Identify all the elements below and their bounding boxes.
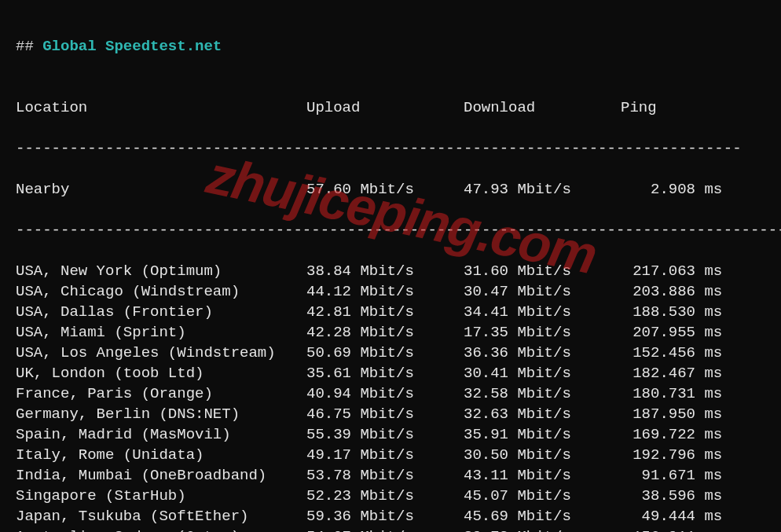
cell-ping: 192.796 ms — [621, 445, 746, 465]
cell-download: 17.35 Mbit/s — [464, 322, 621, 343]
cell-download: 32.58 Mbit/s — [464, 383, 621, 404]
cell-location: USA, Miami (Sprint) — [16, 322, 306, 343]
cell-download: 30.50 Mbit/s — [464, 445, 621, 465]
cell-upload: 52.23 Mbit/s — [306, 486, 464, 506]
divider-line: ----------------------------------------… — [16, 220, 765, 240]
cell-upload: 50.69 Mbit/s — [306, 343, 464, 363]
section-title: ## Global Speedtest.net — [16, 36, 765, 57]
header-location: Location — [16, 97, 306, 118]
cell-ping: 169.722 ms — [621, 424, 746, 445]
divider-line: ----------------------------------------… — [16, 138, 765, 159]
cell-ping: 156.911 ms — [621, 526, 746, 532]
cell-download: 39.72 Mbit/s — [464, 526, 621, 532]
cell-download: 45.07 Mbit/s — [464, 486, 621, 506]
cell-upload: 38.84 Mbit/s — [306, 261, 464, 281]
cell-ping: 152.456 ms — [621, 343, 746, 363]
table-header: LocationUploadDownloadPing — [16, 97, 765, 118]
cell-location: France, Paris (Orange) — [16, 383, 306, 404]
cell-location: USA, Los Angeles (Windstream) — [16, 343, 306, 363]
cell-download: 30.47 Mbit/s — [464, 281, 621, 302]
cell-location: USA, Dallas (Frontier) — [16, 302, 306, 322]
cell-location: USA, Chicago (Windstream) — [16, 281, 306, 302]
cell-location: India, Mumbai (OneBroadband) — [16, 465, 306, 486]
cell-upload: 57.60 Mbit/s — [306, 179, 464, 200]
cell-upload: 54.07 Mbit/s — [306, 526, 464, 532]
cell-download: 43.11 Mbit/s — [464, 465, 621, 486]
cell-ping: 217.063 ms — [621, 261, 746, 281]
cell-upload: 46.75 Mbit/s — [306, 404, 464, 424]
results-body: USA, New York (Optimum)38.84 Mbit/s31.60… — [16, 261, 765, 532]
title-prefix: ## — [16, 38, 42, 55]
cell-location: Japan, Tsukuba (SoftEther) — [16, 506, 306, 526]
table-row: Singapore (StarHub)52.23 Mbit/s45.07 Mbi… — [16, 486, 765, 506]
table-row: USA, Dallas (Frontier)42.81 Mbit/s34.41 … — [16, 302, 765, 322]
cell-ping: 203.886 ms — [621, 281, 746, 302]
table-row: USA, Los Angeles (Windstream)50.69 Mbit/… — [16, 343, 765, 363]
terminal-output: ## Global Speedtest.net LocationUploadDo… — [0, 0, 781, 532]
cell-location: UK, London (toob Ltd) — [16, 363, 306, 383]
cell-location: Australia, Sydney (Optus) — [16, 526, 306, 532]
table-row: USA, New York (Optimum)38.84 Mbit/s31.60… — [16, 261, 765, 281]
table-row: USA, Chicago (Windstream)44.12 Mbit/s30.… — [16, 281, 765, 302]
table-row: Germany, Berlin (DNS:NET)46.75 Mbit/s32.… — [16, 404, 765, 424]
nearby-row: Nearby57.60 Mbit/s47.93 Mbit/s2.908 ms — [16, 179, 765, 200]
cell-ping: 180.731 ms — [621, 383, 746, 404]
table-row: France, Paris (Orange)40.94 Mbit/s32.58 … — [16, 383, 765, 404]
cell-ping: 49.444 ms — [621, 506, 746, 526]
cell-download: 47.93 Mbit/s — [464, 179, 621, 200]
header-download: Download — [464, 97, 621, 118]
cell-upload: 49.17 Mbit/s — [306, 445, 464, 465]
cell-download: 36.36 Mbit/s — [464, 343, 621, 363]
cell-upload: 42.28 Mbit/s — [306, 322, 464, 343]
cell-download: 30.41 Mbit/s — [464, 363, 621, 383]
cell-upload: 44.12 Mbit/s — [306, 281, 464, 302]
cell-upload: 59.36 Mbit/s — [306, 506, 464, 526]
cell-location: USA, New York (Optimum) — [16, 261, 306, 281]
cell-ping: 38.596 ms — [621, 486, 746, 506]
table-row: Japan, Tsukuba (SoftEther)59.36 Mbit/s45… — [16, 506, 765, 526]
cell-download: 31.60 Mbit/s — [464, 261, 621, 281]
cell-ping: 187.950 ms — [621, 404, 746, 424]
cell-ping: 182.467 ms — [621, 363, 746, 383]
title-text: Global Speedtest.net — [42, 38, 222, 55]
cell-upload: 40.94 Mbit/s — [306, 383, 464, 404]
cell-location: Nearby — [16, 179, 306, 200]
header-ping: Ping — [621, 97, 746, 118]
cell-upload: 53.78 Mbit/s — [306, 465, 464, 486]
table-row: UK, London (toob Ltd)35.61 Mbit/s30.41 M… — [16, 363, 765, 383]
cell-download: 35.91 Mbit/s — [464, 424, 621, 445]
cell-location: Singapore (StarHub) — [16, 486, 306, 506]
table-row: Australia, Sydney (Optus)54.07 Mbit/s39.… — [16, 526, 765, 532]
cell-ping: 2.908 ms — [621, 179, 746, 200]
table-row: India, Mumbai (OneBroadband)53.78 Mbit/s… — [16, 465, 765, 486]
cell-ping: 188.530 ms — [621, 302, 746, 322]
cell-download: 32.63 Mbit/s — [464, 404, 621, 424]
header-upload: Upload — [306, 97, 464, 118]
cell-upload: 42.81 Mbit/s — [306, 302, 464, 322]
table-row: USA, Miami (Sprint)42.28 Mbit/s17.35 Mbi… — [16, 322, 765, 343]
cell-upload: 55.39 Mbit/s — [306, 424, 464, 445]
cell-download: 34.41 Mbit/s — [464, 302, 621, 322]
cell-ping: 91.671 ms — [621, 465, 746, 486]
cell-location: Spain, Madrid (MasMovil) — [16, 424, 306, 445]
cell-ping: 207.955 ms — [621, 322, 746, 343]
cell-download: 45.69 Mbit/s — [464, 506, 621, 526]
table-row: Spain, Madrid (MasMovil)55.39 Mbit/s35.9… — [16, 424, 765, 445]
cell-upload: 35.61 Mbit/s — [306, 363, 464, 383]
cell-location: Italy, Rome (Unidata) — [16, 445, 306, 465]
table-row: Italy, Rome (Unidata)49.17 Mbit/s30.50 M… — [16, 445, 765, 465]
cell-location: Germany, Berlin (DNS:NET) — [16, 404, 306, 424]
